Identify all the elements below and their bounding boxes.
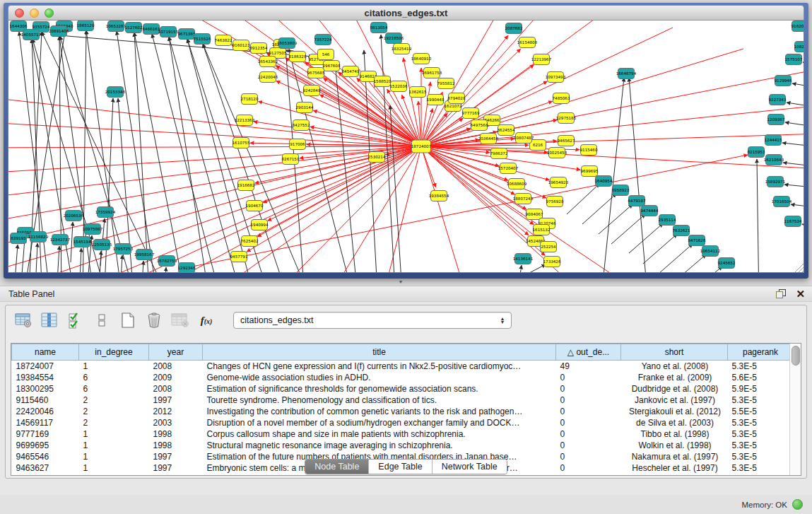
maximize-window-button[interactable] (45, 8, 54, 18)
table-select[interactable]: citations_edges.txt ▲▼ (233, 312, 512, 329)
graph-node[interactable]: 10719155 (158, 27, 179, 37)
graph-node[interactable]: 12505135 (92, 240, 112, 250)
graph-node[interactable]: 10973493 (546, 72, 566, 83)
graph-node[interactable]: 9457791 (230, 252, 248, 262)
graph-node[interactable]: 9227343 (769, 95, 787, 105)
graph-node[interactable]: 3624554 (498, 125, 515, 136)
graph-node[interactable]: 7485063 (553, 93, 570, 104)
graph-node[interactable]: 17957253 (113, 244, 134, 255)
graph-node[interactable]: 9242848 (303, 86, 321, 96)
graph-node[interactable]: 8813054 (370, 23, 388, 33)
graph-node[interactable]: 10653287 (106, 21, 126, 32)
table-row[interactable]: 1456911722003Disruption of a novel membe… (12, 417, 794, 428)
column-header-1[interactable]: in_degree (79, 344, 149, 361)
graph-node[interactable]: 14055717 (21, 30, 42, 40)
graph-node[interactable]: 9675685 (307, 68, 325, 78)
graph-node[interactable]: 1865129 (77, 21, 95, 31)
row-height-button[interactable] (93, 311, 111, 329)
table-row[interactable]: 1830029562008Estimation of significance … (12, 383, 794, 395)
delete-column-button[interactable] (145, 311, 163, 329)
graph-node[interactable]: 2087682 (505, 23, 523, 34)
graph-node[interactable]: 16154808 (517, 37, 538, 48)
graph-node[interactable]: 10975887 (83, 224, 103, 235)
function-builder-button[interactable]: f(x) (197, 311, 216, 329)
table-mode-button[interactable] (14, 311, 33, 329)
graph-node[interactable]: 1522036 (390, 81, 408, 92)
memory-status-indicator[interactable] (792, 499, 803, 510)
graph-node[interactable]: 1733426 (543, 257, 561, 267)
graph-node[interactable]: 12342737 (50, 235, 71, 245)
graph-node[interactable]: 1916682 (237, 180, 255, 191)
graph-node-hub[interactable]: 18724007 (411, 140, 432, 153)
graph-node[interactable]: 6479197 (628, 196, 646, 206)
graph-node[interactable]: 16210643 (764, 155, 784, 165)
float-panel-icon[interactable] (776, 289, 786, 298)
graph-node[interactable]: 10688609 (507, 179, 527, 189)
graph-node[interactable]: 252254 (541, 242, 557, 252)
graph-node[interactable]: 1575107 (785, 54, 803, 65)
graph-node[interactable]: 917006 (290, 139, 306, 150)
graph-node[interactable]: 16543362 (258, 57, 278, 67)
graph-node[interactable]: 1167534 (784, 216, 802, 227)
table-row[interactable]: 2242004622012Investigating the contribut… (12, 406, 794, 417)
graph-node[interactable]: 8454749 (342, 66, 360, 77)
graph-node[interactable]: 9777169 (462, 108, 480, 119)
graph-node[interactable]: 7955812 (437, 78, 455, 89)
column-header-5[interactable]: short (621, 344, 728, 361)
graph-node[interactable]: 9160123 (233, 40, 250, 51)
graph-node[interactable]: 1904670 (246, 201, 264, 211)
graph-node[interactable]: 15720407 (498, 163, 519, 174)
graph-node[interactable]: 11156829 (28, 232, 49, 243)
tab-edge-table[interactable]: Edge Table (369, 460, 432, 474)
graph-node[interactable]: 12213967 (531, 54, 552, 65)
graph-node[interactable]: 12213363 (235, 115, 255, 126)
graph-node[interactable]: 1082422 (794, 42, 804, 52)
graph-node[interactable]: 1640954 (595, 176, 613, 187)
graph-node[interactable]: 12975185 (556, 113, 577, 124)
graph-node[interactable]: 19654923 (548, 177, 569, 188)
graph-node[interactable]: 20891406 (49, 26, 69, 37)
table-row[interactable]: 1938455462009Genome-wide association stu… (12, 372, 794, 383)
graph-node[interactable]: 7625402 (241, 236, 259, 247)
graph-node[interactable]: 10807487 (514, 133, 534, 144)
graph-node[interactable]: 2967608 (323, 61, 341, 71)
graph-node[interactable]: 16648794 (616, 69, 637, 79)
graph-node[interactable]: 14136141 (513, 254, 534, 264)
graph-node[interactable]: 18640910 (411, 54, 432, 64)
graph-node[interactable]: 9474444 (641, 206, 659, 216)
graph-node[interactable]: 19958167 (134, 250, 155, 260)
graph-node[interactable]: 1588520 (374, 76, 392, 87)
graph-node[interactable]: 1362615 (409, 87, 427, 98)
tab-network-table[interactable]: Network Table (433, 460, 507, 474)
graph-node[interactable]: 19384554 (429, 191, 449, 201)
close-window-button[interactable] (15, 8, 24, 18)
graph-node[interactable]: 20206536 (64, 211, 84, 221)
graph-node[interactable]: 7632621 (673, 226, 690, 236)
graph-node[interactable]: 7515526 (194, 34, 211, 45)
new-column-button[interactable] (119, 311, 137, 329)
graph-node[interactable]: 19218506 (384, 33, 404, 44)
graph-node[interactable]: 8912354 (250, 43, 268, 54)
graph-node[interactable]: 546 (318, 49, 334, 60)
graph-node[interactable]: 1615132 (533, 225, 551, 235)
graph-node[interactable]: 1527602 (125, 23, 143, 33)
column-header-4[interactable]: △ out_de... (556, 344, 621, 361)
graph-node[interactable]: 17016504 (772, 197, 792, 207)
graph-node[interactable]: 6497568 (471, 120, 488, 131)
table-row[interactable]: 911546021997Tourette syndrome. Phenomeno… (12, 395, 794, 406)
graph-node[interactable]: 6794028 (448, 93, 466, 104)
graph-node[interactable]: 8427552 (293, 120, 310, 131)
graph-node[interactable]: 18053809 (277, 38, 298, 49)
graph-node[interactable]: 7986372 (490, 148, 508, 159)
network-graph[interactable]: 1872400774638229160123891235418226058912… (8, 21, 804, 273)
graph-node[interactable]: 16782759 (157, 256, 177, 267)
graph-node[interactable]: 9465627 (558, 136, 575, 146)
column-header-0[interactable]: name (12, 344, 79, 361)
graph-node[interactable]: 1244415 (765, 135, 782, 146)
window-titlebar[interactable]: citations_edges.txt (8, 5, 804, 21)
graph-node[interactable]: 16961758 (422, 68, 442, 78)
panel-splitter[interactable]: ▾ (0, 279, 812, 286)
graph-node[interactable]: 2903144 (296, 103, 314, 113)
select-columns-button[interactable] (66, 311, 85, 329)
graph-node[interactable]: 2718120 (241, 94, 259, 105)
